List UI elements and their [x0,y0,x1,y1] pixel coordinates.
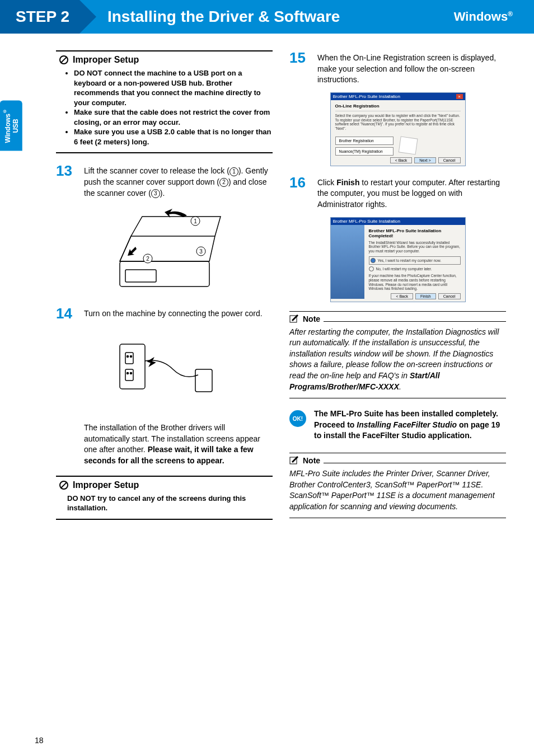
step-text: Turn on the machine by connecting the po… [84,306,263,321]
page-header: STEP 2 Installing the Driver & Software … [0,0,534,34]
dialog-title: Brother MFL-Pro Suite Installation [333,94,401,99]
step-13: 13 Lift the scanner cover to release the… [56,163,273,199]
list-item: DO NOT connect the machine to a USB port… [74,68,273,107]
step-text: Lift the scanner cover to release the lo… [84,163,273,199]
ok-link: Installing FaceFilter Studio [357,420,457,429]
prohibit-icon [59,55,68,64]
finish-button: Finish [415,293,436,299]
side-tab-os: Windows [4,114,12,143]
step-15: 15 When the On-Line Registration screen … [289,50,506,86]
step-16: 16 Click Finish to restart your computer… [289,175,506,210]
finish-word: Finish [336,178,359,187]
note-text: MFL-Pro Suite includes the Printer Drive… [289,468,506,512]
side-tab: Windows® USB [0,101,22,151]
step-number: 14 [56,306,78,321]
note1-a: After restarting the computer, the Insta… [289,327,499,380]
note1-dot: . [399,382,401,391]
back-button: < Back [390,157,413,163]
dialog-heading: Brother MFL-Pro Suite Installation Compl… [369,228,461,238]
circle-3-icon: 3 [151,189,160,198]
improper-setup-list: DO NOT connect the machine to a USB port… [56,68,273,147]
improper-setup-text-2: DO NOT try to cancel any of the screens … [67,494,273,513]
list-item: Make sure that the cable does not restri… [74,107,273,127]
dialog-title: Brother MFL-Pro Suite Installation [333,219,401,224]
improper-setup-title-1: Improper Setup [73,55,139,65]
step-text: Click Finish to restart your computer. A… [317,175,506,210]
step-number: 16 [289,175,312,210]
header-title: Installing the Driver & Software [107,8,454,26]
left-column: Improper Setup DO NOT connect the machin… [56,50,273,530]
svg-point-13 [130,356,132,358]
note-title-text: Note [303,456,320,465]
step-text: When the On-Line Registration screen is … [317,50,506,86]
next-button: Next > [414,157,435,163]
side-tab-conn: USB [12,119,20,133]
right-column: 15 When the On-Line Registration screen … [289,50,506,530]
svg-rect-2 [125,270,156,282]
power-cord-figure [56,327,273,414]
restart-now-option: Yes, I want to restart my computer now. [378,259,442,263]
prohibit-icon [59,481,68,490]
scanner-cover-figure: 1 2 3 [56,205,273,297]
note-title-text: Note [303,314,320,323]
step-14: 14 Turn on the machine by connecting the… [56,306,273,321]
back-button: < Back [391,293,413,299]
dialog-sub: The InstallShield Wizard has successfull… [369,241,461,253]
brother-registration-button: Brother Registration [335,137,394,145]
svg-point-14 [127,373,128,374]
step-number: 15 [289,50,312,86]
svg-rect-0 [120,261,209,287]
dialog-instructions: Select the company you would like to reg… [335,114,461,131]
ok-badge-icon: OK! [289,410,306,427]
note-text: After restarting the computer, the Insta… [289,327,506,393]
step-number: 13 [56,163,78,199]
page-number: 18 [35,736,44,745]
install-auto-text: The installation of the Brother drivers … [84,422,273,466]
note-box-2: Note MFL-Pro Suite includes the Printer … [289,453,506,518]
side-tab-sup: ® [2,109,7,114]
cancel-button: Cancel [438,293,461,299]
cancel-button: Cancel [438,157,461,163]
radio-icon [369,266,374,271]
note-box-1: Note After restarting the computer, the … [289,311,506,399]
svg-line-1 [120,236,131,261]
svg-rect-17 [399,137,418,154]
step13-d: ). [160,189,165,198]
platform-text: Windows [454,10,508,24]
dialog-heading: On-Line Registration [335,104,461,109]
list-item: Make sure you use a USB 2.0 cable that i… [74,127,273,147]
step-label: STEP 2 [0,0,79,34]
svg-text:2: 2 [146,256,149,262]
svg-rect-10 [125,353,133,364]
platform-sup: ® [508,10,513,18]
circle-2-icon: 2 [219,178,228,187]
header-platform: Windows® [454,10,513,24]
registration-dialog: Brother MFL-Pro Suite Installation × On-… [330,92,466,166]
nuance-registration-button: Nuance(TM) Registration [335,147,394,156]
restart-later-option: No, I will restart my computer later. [376,267,432,271]
pencil-note-icon [289,314,299,325]
dialog-warning: If your machine has the PhotoCapture Cen… [369,274,461,291]
svg-rect-9 [120,344,145,389]
improper-setup-box-1: Improper Setup DO NOT connect the machin… [56,50,273,153]
improper-setup-title-2: Improper Setup [73,480,139,490]
ok-callout: OK! The MFL-Pro Suite has been installed… [289,408,506,442]
finish-dialog: Brother MFL-Pro Suite Installation Broth… [330,217,466,302]
svg-point-12 [127,356,128,358]
svg-text:1: 1 [194,218,197,224]
radio-icon [371,258,376,263]
step13-a: Lift the scanner cover to release the lo… [84,166,229,175]
svg-rect-16 [195,369,212,392]
svg-point-15 [130,373,132,374]
improper-setup-box-2: Improper Setup DO NOT try to cancel any … [56,476,273,520]
circle-1-icon: 1 [229,167,238,176]
svg-rect-11 [125,369,133,381]
close-icon: × [456,94,463,99]
pencil-note-icon [289,456,299,466]
step16-a: Click [317,178,336,187]
ok-text: The MFL-Pro Suite has been installed com… [314,408,506,442]
svg-text:3: 3 [199,248,203,255]
